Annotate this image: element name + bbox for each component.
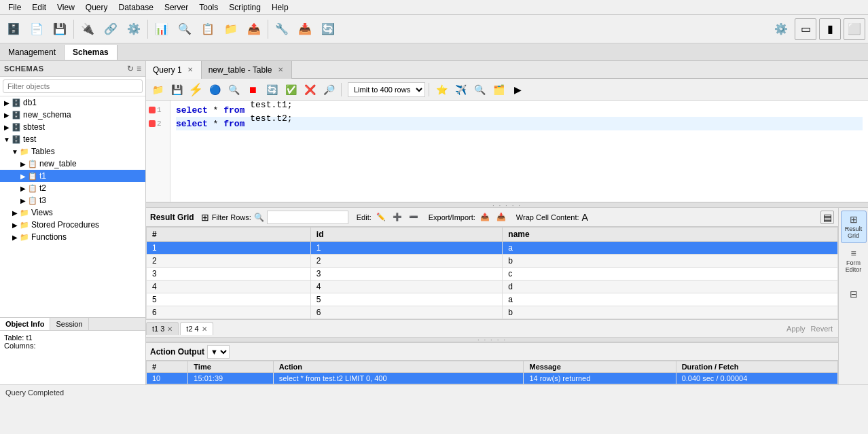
toolbar-disconnect[interactable]: 🔗 [100, 18, 122, 40]
q-save-btn[interactable]: 💾 [168, 82, 185, 98]
menu-tools[interactable]: Tools [194, 1, 223, 14]
menu-scripting[interactable]: Scripting [223, 1, 266, 14]
table-row[interactable]: 22b [147, 255, 838, 268]
tree-item-test[interactable]: ▼ 🗄️ test [0, 133, 145, 145]
q-refresh-btn[interactable]: 🔄 [263, 82, 281, 98]
toolbar-new-connection[interactable]: 🗄️ [3, 18, 24, 40]
toolbar-settings[interactable]: ⚙️ [123, 18, 145, 40]
q-execute-btn[interactable]: ⚡ [187, 82, 204, 98]
grid-format-icon[interactable]: ⊞ [201, 212, 209, 223]
q-execute-selection[interactable]: 🔵 [206, 82, 223, 98]
q-find-btn[interactable]: 🔍 [471, 82, 488, 98]
toolbar-btn3[interactable]: 📋 [197, 18, 219, 40]
table-row[interactable]: 44d [147, 281, 838, 293]
query-tab-new-table-close[interactable]: ✕ [276, 66, 285, 73]
tree-label-new-schema: new_schema [23, 110, 71, 120]
toolbar-settings-right[interactable]: ⚙️ [770, 18, 792, 40]
sidebar-config-icon[interactable]: ≡ [137, 64, 141, 73]
result-tab-t2[interactable]: t2 4 ✕ [180, 322, 213, 335]
result-tab-t2-close[interactable]: ✕ [202, 325, 207, 333]
menu-file[interactable]: File [3, 1, 26, 14]
tab-object-info[interactable]: Object Info [0, 318, 50, 330]
menu-view[interactable]: View [52, 1, 80, 14]
export-btn2[interactable]: 📥 [494, 211, 508, 224]
toolbar-save[interactable]: 💾 [49, 18, 71, 40]
menu-help[interactable]: Help [266, 1, 294, 14]
q-check-btn[interactable]: ✅ [282, 82, 300, 98]
limit-select[interactable]: Limit to 400 rows [348, 82, 425, 97]
edit-btn1[interactable]: ✏️ [374, 211, 388, 224]
tree-item-views[interactable]: ▶ 📁 Views [0, 206, 145, 219]
tree-item-t2[interactable]: ▶ 📋 t2 [0, 182, 145, 194]
tree-item-sbtest[interactable]: ▶ 🗄️ sbtest [0, 121, 145, 133]
tree-item-t3[interactable]: ▶ 📋 t3 [0, 194, 145, 206]
q-stop-btn[interactable]: ⏹ [244, 82, 261, 98]
q-open-btn[interactable]: 📁 [149, 82, 166, 98]
query-tabs-bar: Query 1 ✕ new_table - Table ✕ [146, 61, 868, 79]
menu-database[interactable]: Database [113, 1, 159, 14]
toolbar-open[interactable]: 📄 [26, 18, 48, 40]
sidebar-refresh-icon[interactable]: ↻ [127, 64, 134, 73]
result-grid-container[interactable]: # id name 11a22b33c44d55a66b [146, 227, 838, 319]
toolbar-layout3[interactable]: ⬜ [844, 18, 865, 40]
resize-handle[interactable]: · · · · · [146, 202, 868, 208]
toolbar-btn7[interactable]: 📥 [294, 18, 316, 40]
toolbar-layout2[interactable]: ▮ [819, 18, 841, 40]
q-format-btn[interactable]: ⭐ [433, 82, 450, 98]
side-export-btn[interactable]: ⊟ [841, 278, 867, 311]
menu-server[interactable]: Server [159, 1, 194, 14]
query-toolbar: 📁 💾 ⚡ 🔵 🔍 ⏹ 🔄 ✅ ❌ 🔎 Limit to 400 rows ⭐ … [146, 79, 868, 101]
resize-handle-2[interactable]: · · · · · [146, 337, 838, 342]
result-tab-t1-close[interactable]: ✕ [167, 325, 173, 333]
tab-session[interactable]: Session [50, 318, 88, 330]
code-editor[interactable]: 1 2 select * from test.t1; select * from… [146, 101, 868, 202]
menu-query[interactable]: Query [80, 1, 113, 14]
table-row[interactable]: 33c [147, 268, 838, 281]
result-minimize[interactable]: ▤ [820, 211, 834, 224]
q-more-btn[interactable]: ▶ [509, 82, 526, 98]
code-lines[interactable]: select * from test.t1; select * from tes… [170, 101, 868, 202]
toolbar-btn1[interactable]: 📊 [151, 18, 173, 40]
tree-item-t1[interactable]: ▶ 📋 t1 [0, 170, 145, 182]
q-export-btn[interactable]: ✈️ [452, 82, 469, 98]
tree-item-db1[interactable]: ▶ 🗄️ db1 [0, 96, 145, 109]
tree-item-stored-procs[interactable]: ▶ 📁 Stored Procedures [0, 219, 145, 231]
query-tab-1[interactable]: Query 1 ✕ [146, 61, 202, 79]
export-btn1[interactable]: 📤 [478, 211, 492, 224]
tree-item-tables[interactable]: ▼ 📁 Tables [0, 145, 145, 158]
action-table-row[interactable]: 1015:01:39select * from test.t2 LIMIT 0,… [147, 373, 838, 384]
edit-btn2[interactable]: ➕ [391, 211, 404, 224]
result-tab-t1[interactable]: t1 3 ✕ [146, 322, 179, 335]
filter-rows-input[interactable] [267, 211, 348, 224]
menu-edit[interactable]: Edit [26, 1, 52, 14]
edit-btn3[interactable]: ➖ [407, 211, 420, 224]
tree-item-new-schema[interactable]: ▶ 🗄️ new_schema [0, 109, 145, 121]
toolbar-btn4[interactable]: 📁 [220, 18, 242, 40]
toolbar-btn6[interactable]: 🔧 [271, 18, 293, 40]
tree-item-functions[interactable]: ▶ 📁 Functions [0, 231, 145, 243]
q-inspect-btn[interactable]: 🔎 [320, 82, 338, 98]
q-cancel-btn[interactable]: ❌ [301, 82, 319, 98]
q-explain-btn[interactable]: 🔍 [225, 82, 242, 98]
action-dropdown[interactable]: ▼ [207, 345, 230, 359]
toolbar-btn2[interactable]: 🔍 [174, 18, 196, 40]
side-result-grid-btn[interactable]: ⊞ ResultGrid [841, 211, 867, 243]
toolbar-layout1[interactable]: ▭ [795, 18, 816, 40]
wrap-icon[interactable]: A [582, 212, 588, 223]
toolbar-btn5[interactable]: 📤 [243, 18, 265, 40]
query-tab-1-close[interactable]: ✕ [186, 66, 194, 73]
tab-schemas[interactable]: Schemas [65, 45, 117, 60]
toolbar-btn8[interactable]: 🔄 [317, 18, 339, 40]
expand-icon: ▶ [19, 197, 27, 204]
side-form-editor-btn[interactable]: ≡ FormEditor [841, 245, 867, 277]
tree-item-new-table[interactable]: ▶ 📋 new_table [0, 158, 145, 170]
tab-management[interactable]: Management [0, 45, 65, 60]
table-row[interactable]: 11a [147, 242, 838, 255]
table-row[interactable]: 55a [147, 293, 838, 306]
filter-input[interactable] [3, 79, 143, 93]
query-tab-new-table[interactable]: new_table - Table ✕ [202, 61, 292, 79]
q-inspect2-btn[interactable]: 🗂️ [490, 82, 507, 98]
tree-label-stored-procs: Stored Procedures [31, 220, 99, 230]
table-row[interactable]: 66b [147, 306, 838, 319]
toolbar-connect[interactable]: 🔌 [77, 18, 98, 40]
